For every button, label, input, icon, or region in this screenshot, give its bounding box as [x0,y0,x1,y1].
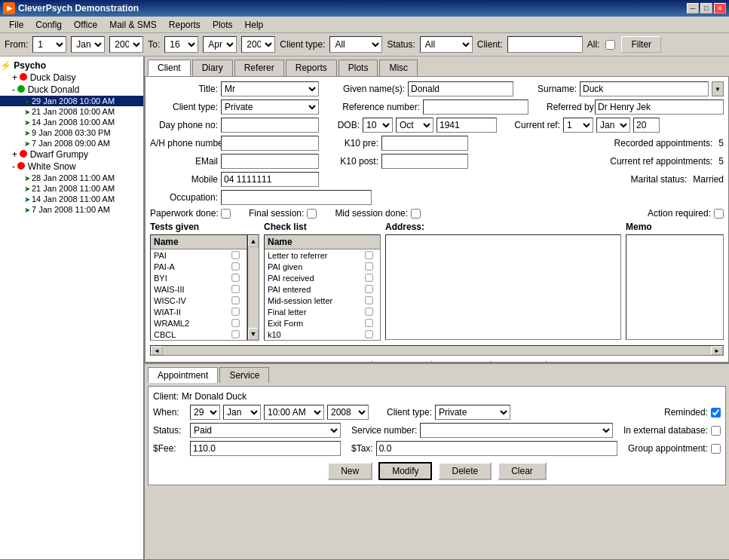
check-final-letter-cb[interactable] [365,308,372,315]
menu-plots[interactable]: Plots [207,18,239,32]
from-month-select[interactable]: JanFebMarApr [71,36,105,53]
check-mid-session-cb[interactable] [365,296,372,304]
check-pai-given-cb[interactable] [365,262,372,270]
maximize-button[interactable]: □ [700,3,712,14]
menu-mail-sms[interactable]: Mail & SMS [103,18,163,32]
menu-file[interactable]: File [3,18,29,32]
appt-21-jan[interactable]: ➤ 21 Jan 2008 10:00 AM [0,106,143,117]
all-checkbox[interactable] [605,40,615,50]
memo-textarea[interactable] [626,234,724,340]
dob-month-select[interactable]: Oct [396,118,433,133]
surname-scroll-btn[interactable]: ▼ [712,81,724,96]
appt-snow-28-jan[interactable]: ➤ 28 Jan 2008 11:00 AM [0,173,143,183]
appt-new-button[interactable]: New [327,462,372,480]
occupation-input[interactable] [221,190,372,205]
h-scroll-left[interactable]: ◄ [151,346,163,355]
client-type-toolbar-select[interactable]: All [329,36,382,53]
h-scrollbar[interactable]: ◄ ► [150,345,724,356]
status-toolbar-select[interactable]: All [420,36,473,53]
tab-appointment[interactable]: Appointment [148,367,218,383]
given-names-input[interactable] [408,81,513,96]
appt-29-jan[interactable]: ➤ 29 Jan 2008 10:00 AM [0,96,143,106]
tab-service[interactable]: Service [219,367,269,383]
appt-client-type-select[interactable]: Private [435,405,510,420]
tab-plots[interactable]: Plots [338,60,378,76]
tab-referer[interactable]: Referer [234,60,284,76]
paperwork-checkbox[interactable] [221,209,231,219]
check-pai-entered-cb[interactable] [365,285,372,292]
tests-scroll-down[interactable]: ▼ [248,328,259,340]
from-day-select[interactable]: 121516 [32,36,66,53]
appt-delete-button[interactable]: Delete [438,462,492,480]
appt-fee-input[interactable] [190,441,341,456]
appt-reminded-checkbox[interactable] [711,408,721,418]
menu-help[interactable]: Help [239,18,270,32]
appt-snow-7-jan[interactable]: ➤ 7 Jan 2008 11:00 AM [0,204,143,215]
test-pai-check[interactable] [231,251,239,259]
close-button[interactable]: ✕ [714,3,726,14]
ah-phone-input[interactable] [221,136,319,151]
minimize-button[interactable]: ─ [687,3,699,14]
to-day-select[interactable]: 16 [164,36,198,53]
appt-snow-14-jan[interactable]: ➤ 14 Jan 2008 11:00 AM [0,194,143,204]
appt-service-num-select[interactable] [420,423,613,438]
filter-button[interactable]: Filter [621,36,661,53]
client-toolbar-input[interactable] [507,36,583,53]
current-ref-num[interactable]: 1 [563,118,593,133]
test-wiat-check[interactable] [231,308,239,315]
appt-status-select[interactable]: PaidUnpaid [190,423,341,438]
tab-client[interactable]: Client [148,60,191,76]
check-k10-cb[interactable] [365,330,372,338]
referred-by-input[interactable] [595,99,724,115]
to-month-select[interactable]: AprJan [203,36,237,53]
tree-item-white-snow[interactable]: - White Snow [0,161,143,173]
test-wisc-check[interactable] [231,296,239,304]
appt-14-jan[interactable]: ➤ 14 Jan 2008 10:00 AM [0,117,143,127]
appt-9-jan[interactable]: ➤ 9 Jan 2008 03:30 PM [0,127,143,138]
mid-session-checkbox[interactable] [411,209,421,219]
client-type-select[interactable]: PrivatePublic [221,99,319,115]
appt-clear-button[interactable]: Clear [498,462,547,480]
tree-item-duck-daisy[interactable]: + Duck Daisy [0,72,143,84]
menu-office[interactable]: Office [68,18,103,32]
tests-scroll-up[interactable]: ▲ [248,235,259,247]
current-ref-year[interactable] [633,118,660,133]
appt-when-year[interactable]: 2008 [327,405,369,420]
appt-group-checkbox[interactable] [711,444,721,454]
tab-misc[interactable]: Misc [379,60,418,76]
tree-item-dwarf-grumpy[interactable]: + Dwarf Grumpy [0,148,143,161]
title-select[interactable]: MrMrsMsDr [221,81,319,96]
check-exit-form-cb[interactable] [365,319,372,326]
check-letter-ref-cb[interactable] [365,251,372,259]
k10-pre-input[interactable] [381,136,468,151]
email-input[interactable] [221,154,319,169]
tab-reports[interactable]: Reports [286,60,337,76]
k10-post-input[interactable] [381,154,468,169]
day-phone-input[interactable] [221,118,319,133]
appt-tax-input[interactable] [376,441,617,456]
test-wais-check[interactable] [231,285,239,292]
dob-year-input[interactable] [436,118,497,133]
tests-scrollbar[interactable]: ▲ ▼ [247,234,259,341]
appt-when-time[interactable]: 10:00 AM [264,405,324,420]
from-year-select[interactable]: 20082007 [109,36,143,53]
current-ref-month[interactable]: Jan [596,118,630,133]
appt-7-jan[interactable]: ➤ 7 Jan 2008 09:00 AM [0,138,143,148]
final-session-checkbox[interactable] [307,209,317,219]
dob-day-select[interactable]: 10 [363,118,393,133]
to-year-select[interactable]: 2008 [241,36,275,53]
check-pai-received-cb[interactable] [365,274,372,281]
appt-when-month[interactable]: Jan [223,405,261,420]
mobile-input[interactable] [221,172,319,187]
menu-config[interactable]: Config [29,18,68,32]
action-required-checkbox[interactable] [714,209,724,219]
appt-external-checkbox[interactable] [711,426,721,436]
appt-modify-button[interactable]: Modify [378,462,432,480]
test-cbcl-check[interactable] [231,330,239,338]
appt-snow-21-jan[interactable]: ➤ 21 Jan 2008 11:00 AM [0,183,143,194]
surname-input[interactable] [580,81,709,96]
test-pai-a-check[interactable] [231,262,239,270]
test-wraml-check[interactable] [231,319,239,326]
tree-item-duck-donald[interactable]: - Duck Donald [0,84,143,96]
appt-when-day[interactable]: 29 [190,405,220,420]
